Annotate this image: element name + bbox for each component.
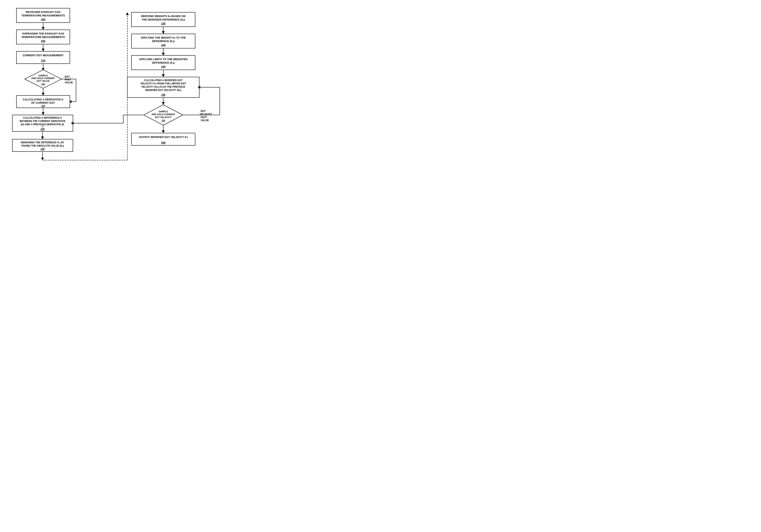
svg-text:TAKING THE ABSOLUTE VALUE |K₁|: TAKING THE ABSOLUTE VALUE |K₁| xyxy=(21,144,64,147)
svg-text:AVERAGING THE EXHAUST GAS: AVERAGING THE EXHAUST GAS xyxy=(22,32,64,35)
svg-text:RECEIVING EXHAUST GAS: RECEIVING EXHAUST GAS xyxy=(26,11,60,14)
svg-text:EGT: EGT xyxy=(65,75,70,78)
svg-text:130: 130 xyxy=(40,148,44,150)
svg-text:CALCULATING A DIFFERENCE K: CALCULATING A DIFFERENCE K xyxy=(23,116,62,119)
svg-text:AND HOLD CURRENT: AND HOLD CURRENT xyxy=(31,77,55,80)
svg-marker-62 xyxy=(162,31,165,34)
svg-text:AND HOLD CURRENT: AND HOLD CURRENT xyxy=(151,113,175,116)
svg-text:TEMPERATURE MEASUREMENTS: TEMPERATURE MEASUREMENTS xyxy=(21,35,65,39)
svg-text:APPLYING LIMITS TO THE WEIGHTE: APPLYING LIMITS TO THE WEIGHTED xyxy=(139,58,188,61)
svg-text:DIFFERENCE (K₄): DIFFERENCE (K₄) xyxy=(152,61,175,64)
svg-text:135: 135 xyxy=(161,22,165,25)
svg-text:CALCULATING A MODIFIED EGT: CALCULATING A MODIFIED EGT xyxy=(144,79,183,82)
svg-marker-56 xyxy=(126,12,129,15)
diagram-container: RECEIVING EXHAUST GAS TEMPERATURE MEASUR… xyxy=(4,4,242,177)
svg-text:PAST: PAST xyxy=(65,78,71,81)
svg-text:120: 120 xyxy=(41,104,45,107)
svg-text:BETWEEN THE CURRENT DERIVATIVE: BETWEEN THE CURRENT DERIVATIVE xyxy=(20,120,66,123)
svg-text:PAST: PAST xyxy=(201,116,207,119)
svg-text:CALCULATING A DERIVATIVE K: CALCULATING A DERIVATIVE K xyxy=(23,98,63,101)
svg-text:MODIFIED EGT VELOCITY (K₆): MODIFIED EGT VELOCITY (K₆) xyxy=(146,89,181,91)
svg-marker-36 xyxy=(42,112,44,115)
svg-text:140: 140 xyxy=(161,43,165,47)
svg-text:₆): ₆) xyxy=(42,125,43,127)
svg-marker-101 xyxy=(162,131,165,133)
svg-marker-30 xyxy=(42,93,44,95)
svg-text:VELOCITY (K₅) PLUS THE PREVIOU: VELOCITY (K₅) PLUS THE PREVIOUS xyxy=(142,85,185,88)
svg-text:VELOCITY K₆ FROM THE LIMITED E: VELOCITY K₆ FROM THE LIMITED EGT xyxy=(141,82,186,85)
svg-text:VALUE: VALUE xyxy=(201,119,209,122)
svg-text:100: 100 xyxy=(41,18,45,21)
svg-text:DIFFERENCE (K₁): DIFFERENCE (K₁) xyxy=(152,40,175,43)
svg-text:SAMPLE: SAMPLE xyxy=(158,110,168,113)
svg-marker-74 xyxy=(162,74,165,77)
svg-text:EGT VALUE: EGT VALUE xyxy=(37,80,49,82)
flowchart-svg: RECEIVING EXHAUST GAS TEMPERATURE MEASUR… xyxy=(4,4,242,177)
svg-marker-53 xyxy=(41,158,44,160)
svg-marker-47 xyxy=(41,136,44,139)
svg-text:DERIVING WEIGHTS K₃ BASED ON: DERIVING WEIGHTS K₃ BASED ON xyxy=(141,15,186,18)
svg-text:155: 155 xyxy=(161,119,165,122)
svg-text:APPLYING THE WEIGHT K₃ TO THE: APPLYING THE WEIGHT K₃ TO THE xyxy=(141,36,186,39)
svg-text:THE DENOISED DIFFERENCE (K₂): THE DENOISED DIFFERENCE (K₂) xyxy=(142,18,185,21)
svg-text:115: 115 xyxy=(41,83,45,85)
svg-text:VALUE: VALUE xyxy=(65,81,73,84)
svg-text:CURRENT EGT MEASUREMENT: CURRENT EGT MEASUREMENT xyxy=(23,54,63,57)
svg-text:OUTPUT MODIFIED EGT VELOCITY K: OUTPUT MODIFIED EGT VELOCITY K₆ xyxy=(139,135,188,138)
svg-text:EGT VELOCITY: EGT VELOCITY xyxy=(155,116,172,119)
svg-text:TEMPERATURE MEASUREMENTS: TEMPERATURE MEASUREMENTS xyxy=(21,14,65,17)
svg-marker-11 xyxy=(42,49,44,51)
svg-text:SAMPLE: SAMPLE xyxy=(38,74,48,77)
svg-text:EGT: EGT xyxy=(201,110,206,113)
svg-text:145: 145 xyxy=(161,65,165,68)
svg-marker-5 xyxy=(42,27,44,30)
svg-text:OF CURRENT EGT: OF CURRENT EGT xyxy=(31,101,55,104)
svg-text:DENOISING THE DIFFERENCE K₁ BY: DENOISING THE DIFFERENCE K₁ BY xyxy=(21,141,64,144)
svg-text:110: 110 xyxy=(41,59,45,62)
svg-marker-68 xyxy=(162,53,165,55)
svg-text:105: 105 xyxy=(41,39,45,42)
svg-text:150: 150 xyxy=(161,93,165,96)
svg-marker-82 xyxy=(162,102,165,105)
svg-text:160: 160 xyxy=(161,141,165,144)
svg-text:125: 125 xyxy=(40,128,44,131)
